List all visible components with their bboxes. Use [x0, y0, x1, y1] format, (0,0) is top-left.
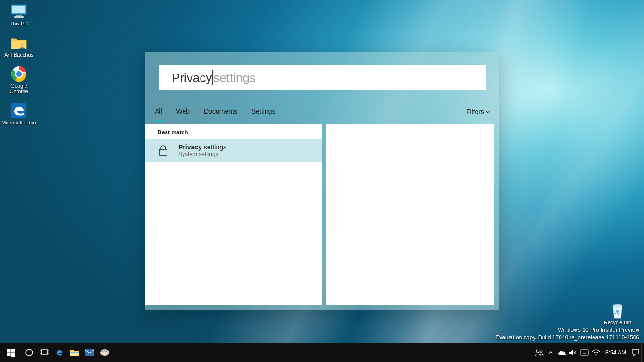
task-view-icon [40, 349, 49, 356]
svg-rect-30 [581, 350, 588, 355]
windows-watermark: Windows 10 Pro Insider Preview Evaluatio… [495, 326, 639, 341]
tray-people[interactable] [534, 343, 545, 362]
result-title-rest: settings [202, 143, 226, 151]
taskbar-app-paint[interactable] [97, 343, 112, 362]
tray-input-indicator[interactable] [579, 343, 590, 362]
tab-settings[interactable]: Settings [251, 107, 276, 121]
cloud-icon [557, 349, 567, 356]
text-caret [212, 70, 213, 85]
svg-rect-1 [12, 6, 25, 13]
taskbar-app-edge[interactable] [52, 343, 67, 362]
people-icon [535, 349, 544, 356]
windows-logo-icon [7, 349, 15, 357]
svg-point-29 [540, 351, 542, 353]
start-button[interactable] [0, 343, 22, 362]
desktop-icon-chrome[interactable]: Google Chrome [1, 66, 37, 94]
speaker-icon [569, 349, 577, 356]
svg-rect-19 [48, 351, 49, 354]
search-typed-text: Privacy [172, 71, 212, 85]
taskbar-clock[interactable]: 8:54 AM [602, 349, 630, 356]
edge-icon [9, 103, 28, 119]
search-input[interactable]: Privacy settings [159, 65, 486, 90]
svg-rect-13 [11, 349, 15, 353]
tab-web[interactable]: Web [176, 107, 191, 121]
desktop-icon-recycle-bin[interactable]: Recycle Bin [600, 303, 636, 325]
svg-rect-11 [159, 149, 167, 155]
search-results-left-pane: Best match Privacy settings System setti… [145, 124, 322, 305]
lock-icon [157, 144, 170, 157]
desktop-icon-user-folder[interactable]: Arif Bacchus [1, 35, 37, 58]
search-result-texts: Privacy settings System settings [178, 143, 226, 157]
desktop-icon-this-pc[interactable]: This PC [1, 4, 37, 26]
svg-rect-14 [7, 353, 11, 356]
show-desktop-button[interactable] [641, 343, 644, 362]
svg-rect-18 [40, 351, 41, 354]
svg-point-26 [106, 351, 108, 352]
chrome-icon [9, 66, 28, 82]
palette-icon [100, 348, 110, 357]
svg-rect-3 [14, 16, 24, 18]
taskbar-app-mail[interactable] [82, 343, 97, 362]
svg-rect-12 [7, 349, 11, 352]
search-results-row: Best match Privacy settings System setti… [145, 124, 499, 310]
svg-point-27 [107, 353, 108, 354]
taskbar-app-file-explorer[interactable] [67, 343, 82, 362]
filters-button[interactable]: Filters [466, 108, 491, 120]
watermark-line2: Evaluation copy. Build 17040.rs_prerelea… [495, 334, 639, 341]
svg-point-10 [613, 304, 622, 307]
svg-point-16 [26, 349, 33, 356]
keyboard-icon [580, 349, 589, 356]
tab-all[interactable]: All [154, 107, 163, 121]
best-match-header: Best match [145, 124, 322, 139]
cortana-button[interactable] [22, 343, 37, 362]
tray-network[interactable] [590, 343, 602, 362]
tray-volume[interactable] [568, 343, 579, 362]
svg-rect-21 [70, 352, 79, 353]
desktop-icon-edge[interactable]: Microsoft Edge [1, 103, 37, 125]
recycle-bin-icon [608, 303, 627, 319]
svg-rect-22 [85, 349, 94, 356]
search-category-tabs: All Web Documents Settings Filters [145, 104, 499, 124]
tab-documents[interactable]: Documents [203, 107, 238, 121]
edge-icon [54, 347, 65, 358]
filters-label: Filters [466, 108, 484, 115]
svg-point-24 [102, 351, 103, 353]
tray-onedrive[interactable] [556, 343, 568, 362]
desktop-icon-label: Arif Bacchus [4, 52, 33, 58]
svg-rect-17 [41, 350, 48, 354]
watermark-line1: Windows 10 Pro Insider Preview [495, 326, 639, 334]
svg-rect-2 [16, 15, 22, 16]
search-results-right-pane [326, 124, 494, 305]
mail-icon [84, 349, 95, 356]
taskbar-right: 8:54 AM [534, 343, 644, 362]
desktop-icon-label: Recycle Bin [604, 320, 631, 325]
tray-show-hidden[interactable] [545, 343, 556, 362]
search-suggestion-text: settings [213, 71, 256, 85]
search-result-privacy-settings[interactable]: Privacy settings System settings [145, 139, 322, 162]
svg-point-28 [536, 350, 539, 353]
this-pc-icon [9, 4, 28, 20]
cortana-circle-icon [25, 348, 33, 357]
chevron-down-icon [485, 109, 491, 115]
desktop-icon-label: Microsoft Edge [1, 120, 36, 125]
action-center-button[interactable] [630, 343, 641, 362]
svg-point-25 [104, 350, 105, 352]
wifi-icon [592, 349, 600, 356]
svg-rect-15 [11, 353, 15, 357]
taskbar-left [0, 343, 112, 362]
action-center-icon [631, 349, 640, 356]
search-field-wrap: Privacy settings [145, 52, 499, 104]
search-result-subtitle: System settings [178, 151, 226, 157]
taskbar: 8:54 AM [0, 343, 644, 362]
desktop-icon-label: Google Chrome [1, 83, 37, 94]
desktop-icon-label: This PC [9, 21, 28, 26]
search-panel: Privacy settings All Web Documents Setti… [145, 52, 499, 310]
desktop-icons-column: This PC Arif Bacchus Google Chr [0, 4, 38, 125]
result-title-bold: Privacy [178, 143, 202, 151]
folder-icon [69, 348, 80, 357]
user-folder-icon [9, 35, 28, 51]
svg-point-4 [21, 43, 24, 46]
svg-point-35 [595, 355, 596, 356]
task-view-button[interactable] [37, 343, 52, 362]
chevron-up-icon [548, 350, 553, 355]
